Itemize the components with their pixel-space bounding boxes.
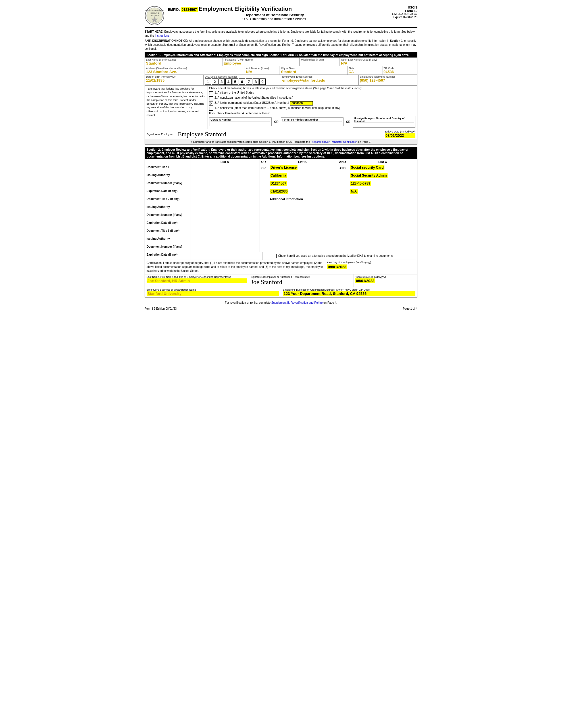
doc-label-5: Issuing Authority bbox=[145, 204, 190, 212]
state-cell: State CA bbox=[347, 66, 382, 75]
section1-header-text: Section 1. Employee Information and Atte… bbox=[147, 53, 409, 57]
or-2: OR bbox=[345, 120, 352, 124]
empid-label: EMPID: bbox=[168, 8, 180, 12]
header: U.S. DEPARTMENT OF HOMELAND SECURITY EMP… bbox=[145, 6, 417, 28]
expires-date: Expires 07/31/2026 bbox=[380, 16, 417, 19]
svg-text:HOMELAND: HOMELAND bbox=[150, 12, 160, 14]
cert-text: Certification: I attest, under penalty o… bbox=[145, 260, 325, 274]
last-name-label: Last Name (Family Name) bbox=[146, 58, 221, 61]
zip-label: ZIP Code bbox=[383, 67, 416, 70]
cb3-box[interactable] bbox=[209, 102, 213, 106]
state-value: CA bbox=[348, 70, 381, 74]
dhs-seal: U.S. DEPARTMENT OF HOMELAND SECURITY bbox=[145, 6, 165, 26]
uscis-label: USCIS bbox=[380, 6, 417, 9]
alt-procedure-checkbox[interactable] bbox=[273, 254, 277, 258]
cb3-row: 3. A lawful permanent resident (Enter US… bbox=[209, 101, 415, 106]
awareness-section: I am aware that federal law provides for… bbox=[145, 85, 417, 129]
list-a-1 bbox=[190, 172, 260, 180]
list-c-8 bbox=[348, 228, 417, 236]
doc-row-8: Document Title 3 (if any) bbox=[145, 228, 417, 236]
list-b-8 bbox=[268, 228, 337, 236]
first-day-label: First Day of Employment (mm/dd/yyyy): bbox=[327, 261, 415, 264]
cert-right: First Day of Employment (mm/dd/yyyy): 08… bbox=[325, 260, 417, 274]
list-a-header: List A bbox=[190, 159, 260, 164]
phone-label: Employee's Telephone Number bbox=[360, 75, 416, 78]
address-row: Address (Street Number and Name) 123 Sta… bbox=[145, 66, 417, 75]
form-id: Form I-9 bbox=[380, 9, 417, 13]
list-c-header: List C bbox=[348, 159, 417, 164]
form-title: Employment Eligibility Verification bbox=[199, 6, 292, 12]
list-a-9 bbox=[190, 236, 260, 244]
sig-date-area: Today's Date (mm/dd/yyyy) 08/01/2023 bbox=[385, 130, 415, 138]
email-value: employee@stanford.edu bbox=[282, 78, 357, 82]
cb4-row: 4. A noncitizen (other than Item Numbers… bbox=[209, 106, 415, 111]
list-c-2: 123-45-6789 bbox=[348, 180, 417, 188]
or-div-10 bbox=[260, 244, 268, 252]
city-value: Stanford bbox=[281, 70, 346, 74]
first-name-value: Employee bbox=[224, 61, 298, 65]
list-b-0: Driver's License bbox=[268, 164, 337, 172]
doc-row-2: Document Number (if any) D1234567 123-45… bbox=[145, 180, 417, 188]
cb1-box[interactable] bbox=[209, 91, 213, 95]
other-names-value: N/A bbox=[341, 61, 416, 65]
and-div-4 bbox=[337, 196, 348, 204]
list-a-8 bbox=[190, 228, 260, 236]
supplement-link[interactable]: Supplement B, Reverification and Rehire bbox=[272, 301, 323, 304]
preparer-note-end: on Page 3. bbox=[357, 140, 371, 143]
phone-value: (650) 123-4567 bbox=[360, 78, 416, 82]
preparer-link[interactable]: Preparer and/or Translator Certification bbox=[310, 140, 357, 143]
org-address-cell: Employer's Business or Organization Addr… bbox=[281, 287, 417, 297]
list-b-1-val: California bbox=[270, 173, 287, 178]
list-b-2: D1234567 bbox=[268, 180, 337, 188]
section2-box: Section 2. Employer Review and Verificat… bbox=[145, 147, 417, 297]
uscis-a-number: 0000000 bbox=[290, 101, 313, 106]
or-div-0: OR bbox=[260, 164, 268, 172]
list-c-3-val: N/A bbox=[350, 189, 358, 194]
omb-number: OMB No.1615-0047 bbox=[380, 13, 417, 16]
and-div-1 bbox=[337, 172, 348, 180]
list-c-9 bbox=[348, 236, 417, 244]
zip-value: 94536 bbox=[383, 70, 416, 74]
cb2-label: 2. A noncitizen national of the United S… bbox=[215, 96, 293, 99]
ssn-box-1: 1 bbox=[205, 78, 211, 85]
list-b-9 bbox=[268, 236, 337, 244]
doc-label-4: Document Title 2 (if any) bbox=[145, 196, 190, 204]
list-b-5 bbox=[268, 204, 337, 212]
doc-label-8: Document Title 3 (if any) bbox=[145, 228, 190, 236]
phone-cell: Employee's Telephone Number (650) 123-45… bbox=[358, 75, 417, 85]
or-div-4 bbox=[260, 196, 268, 204]
svg-text:SECURITY: SECURITY bbox=[150, 15, 159, 16]
doc-row-11: Expiration Date (if any) Check here if y… bbox=[145, 252, 417, 260]
doc-label-0: Document Title 1 bbox=[145, 164, 190, 172]
page-number: Page 1 of 4 bbox=[403, 307, 417, 310]
start-here-notice: START HERE: Employers must ensure the fo… bbox=[145, 30, 417, 38]
apt-label: Apt. Number (if any) bbox=[246, 67, 279, 70]
cert-text-content: Certification: I attest, under penalty o… bbox=[147, 261, 323, 272]
instructions-link[interactable]: Instructions bbox=[155, 34, 169, 37]
zip-cell: ZIP Code 94536 bbox=[382, 66, 417, 75]
apt-cell: Apt. Number (if any) N/A bbox=[245, 66, 280, 75]
or-div-2 bbox=[260, 180, 268, 188]
uscis-a-cell: USCIS A-Number bbox=[209, 117, 272, 126]
list-c-10 bbox=[348, 244, 417, 252]
i94-label: Form I-94 Admission Number bbox=[282, 118, 342, 121]
list-c-6 bbox=[348, 212, 417, 220]
header-right: USCIS Form I-9 OMB No.1615-0047 Expires … bbox=[380, 6, 417, 19]
sig-value: Employee Stanford bbox=[178, 131, 379, 138]
or-div-3 bbox=[260, 188, 268, 196]
or-header: OR bbox=[260, 159, 268, 164]
list-c-1-val: Social Security Admin bbox=[350, 173, 387, 178]
employer-sig-row: Last Name, First Name and Title of Emplo… bbox=[145, 274, 417, 287]
or-div-11 bbox=[263, 252, 271, 260]
or-div-5 bbox=[260, 204, 268, 212]
middle-initial-cell: Middle Initial (if any) bbox=[300, 58, 340, 66]
i94-cell: Form I-94 Admission Number bbox=[281, 117, 343, 126]
cb4-box[interactable] bbox=[209, 107, 213, 111]
cb2-box[interactable] bbox=[209, 96, 213, 100]
dob-row: Date of Birth (mm/dd/yyyy) 11/01/1985 U.… bbox=[145, 75, 417, 85]
alt-procedure-text: Check here if you used an alternative pr… bbox=[278, 254, 393, 257]
dept-name: Department of Homeland Security bbox=[168, 13, 380, 17]
list-c-3: N/A bbox=[348, 188, 417, 196]
org-address-value: 123 Your Department Road, Stanford, CA 9… bbox=[283, 291, 416, 296]
and-div-2 bbox=[337, 180, 348, 188]
